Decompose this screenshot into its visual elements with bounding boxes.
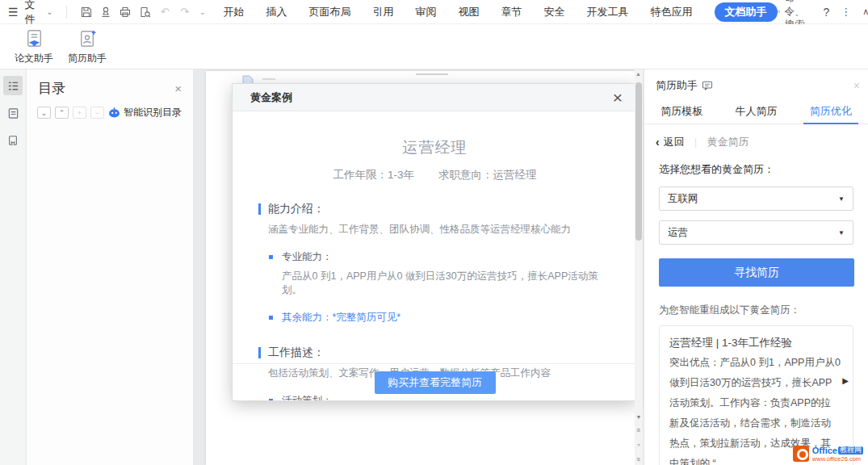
section-work-title: 工作描述：	[258, 346, 637, 360]
dropdown-caret-icon: ▼	[838, 229, 845, 237]
divider	[66, 6, 67, 19]
back-chevron-icon[interactable]: ‹	[656, 136, 660, 149]
dialog-close-icon[interactable]: ×	[613, 89, 623, 106]
back-button[interactable]: 返回	[664, 135, 685, 149]
hamburger-icon[interactable]: ☰	[8, 6, 19, 19]
tab-view[interactable]: 视图	[459, 5, 480, 19]
tab-start[interactable]: 开始	[224, 5, 245, 19]
faded-text-line	[416, 73, 448, 75]
dialog-titlebar[interactable]: 黄金案例 ×	[233, 84, 637, 111]
toc-promote-button[interactable]: +	[73, 107, 86, 119]
resume-meta: 工作年限：1-3年求职意向：运营经理	[233, 168, 637, 182]
next-page-icon[interactable]: »	[635, 457, 643, 461]
scroll-up-icon[interactable]: ▲	[635, 71, 641, 77]
section-ability-desc: 涵盖专业能力、工作背景、团队协调、性格品质等运营经理核心能力	[268, 223, 611, 237]
toc-panel-title: 目录	[38, 79, 65, 98]
resume-meta-experience: 工作年限：1-3年	[333, 169, 414, 181]
assistant-tabs: 简历模板 牛人简历 简历优化	[644, 100, 868, 124]
tab-top-resumes[interactable]: 牛人简历	[719, 100, 793, 124]
buy-view-full-resume-button[interactable]: 购买并查看完整简历	[375, 371, 496, 394]
tab-section[interactable]: 章节	[501, 5, 522, 19]
browse-object-icon[interactable]: ▫	[637, 441, 639, 449]
bookmark-dock-icon[interactable]	[3, 131, 23, 150]
tab-review[interactable]: 审阅	[416, 5, 437, 19]
help-icon[interactable]: ?	[824, 6, 830, 19]
choose-resume-label: 选择您想看的黄金简历：	[659, 162, 853, 177]
print-preview-icon[interactable]	[139, 5, 152, 19]
resume-assistant-icon	[78, 29, 98, 49]
tab-resume-optimize[interactable]: 简历优化	[794, 100, 868, 124]
chevron-down-icon: ⌄	[46, 7, 52, 16]
redo-icon[interactable]: ↷	[178, 5, 191, 19]
tab-dev-tools[interactable]: 开发工具	[587, 5, 629, 19]
resume-assistant-label: 简历助手	[68, 52, 107, 65]
tab-resume-templates[interactable]: 简历模板	[644, 100, 719, 124]
chat-bubble-icon[interactable]	[702, 81, 713, 90]
section-ability-title: 能力介绍：	[258, 202, 637, 216]
tab-page-layout[interactable]: 页面布局	[309, 5, 351, 19]
bullet-professional-text: 产品从0 到1，APP用户从0 做到日活30万的运营技巧，擅长APP活动策划。	[282, 270, 611, 297]
resume-assistant-panel: 简历助手 × 简历模板 牛人简历 简历优化 ‹ 返回 ｜ 黄金简历 选择您想看的…	[644, 69, 868, 465]
industry-select-value: 互联网	[668, 192, 698, 206]
ribbon: 论文助手 简历助手	[0, 24, 868, 69]
scrollbar-thumb[interactable]	[635, 82, 642, 241]
toc-demote-button[interactable]: −	[90, 107, 104, 119]
toolbar-more-icon[interactable]: ⌄	[199, 8, 206, 16]
result-intro-label: 为您智能重组成以下黄金简历：	[659, 304, 853, 317]
find-resume-button[interactable]: 寻找简历	[659, 258, 854, 287]
resume-card-title: 运营经理 | 1-3年工作经验	[669, 333, 845, 353]
watermark-brand: Office	[812, 446, 837, 455]
tab-insert[interactable]: 插入	[266, 5, 287, 19]
smart-recognize-toc-button[interactable]: 智能识别目录	[108, 106, 182, 119]
tab-references[interactable]: 引用	[373, 5, 394, 19]
bullet-other-ability: 其余能力：*完整简历可见*	[269, 311, 637, 325]
card-expand-arrow-icon[interactable]: ▶	[842, 376, 849, 385]
paper-assistant-icon	[24, 29, 44, 49]
assistant-close-icon[interactable]: ×	[853, 79, 860, 92]
left-dock	[0, 69, 27, 465]
paper-assistant-button[interactable]: 论文助手	[11, 29, 57, 65]
outline-dock-icon[interactable]	[3, 103, 23, 123]
collapse-ribbon-icon[interactable]: ∧	[862, 6, 868, 17]
resume-job-title: 运营经理	[233, 137, 637, 158]
document-canvas: 黄金案例 × 运营经理 工作年限：1-3年求职意向：运营经理 能力介绍： 涵盖专…	[194, 69, 644, 465]
toc-dock-icon[interactable]	[3, 76, 23, 95]
bullet-square-icon	[269, 255, 273, 259]
file-menu[interactable]: 文件 ⌄	[25, 0, 53, 27]
previous-page-icon[interactable]: «	[635, 428, 643, 432]
dialog-body: 运营经理 工作年限：1-3年求职意向：运营经理 能力介绍： 涵盖专业能力、工作背…	[233, 111, 637, 400]
file-menu-label: 文件	[25, 0, 44, 27]
more-options-icon[interactable]: ⋮	[841, 6, 851, 18]
resume-meta-intention: 求职意向：运营经理	[438, 169, 537, 181]
tab-security[interactable]: 安全	[544, 5, 565, 19]
toc-expand-button[interactable]: ⌄	[37, 107, 51, 119]
robot-icon	[108, 107, 120, 118]
office-logo-icon	[793, 446, 809, 462]
category-select[interactable]: 运营 ▼	[659, 220, 853, 245]
toc-close-icon[interactable]: ×	[174, 82, 182, 95]
section-accent-bar	[258, 203, 261, 215]
breadcrumb-current: 黄金简历	[707, 135, 748, 149]
save-icon[interactable]	[79, 5, 92, 19]
bullet-professional: 专业能力：	[269, 250, 637, 264]
dropdown-caret-icon: ▼	[838, 195, 845, 203]
export-icon[interactable]	[99, 5, 112, 19]
document-scrollbar[interactable]: ▲ ▼ « ▫ »	[635, 69, 643, 465]
industry-select[interactable]: 互联网 ▼	[659, 186, 853, 211]
menu-tabs: 开始 插入 页面布局 引用 审阅 视图 章节 安全 开发工具 特色应用 文档助手	[224, 2, 778, 22]
tab-special-apps[interactable]: 特色应用	[651, 5, 693, 19]
faded-text-line	[262, 78, 275, 80]
tab-doc-assistant-active[interactable]: 文档助手	[715, 2, 778, 22]
resume-assistant-button[interactable]: 简历助手	[65, 29, 110, 65]
undo-icon[interactable]: ↶	[158, 5, 171, 19]
scroll-down-icon[interactable]: ▼	[636, 414, 642, 420]
toc-collapse-button[interactable]: ⌃	[55, 107, 69, 119]
resume-card-1[interactable]: 运营经理 | 1-3年工作经验 突出优点：产品从0 到1，APP用户从0 做到日…	[659, 325, 853, 465]
smart-recognize-label: 智能识别目录	[124, 106, 182, 119]
watermark-url: www.office26.com	[812, 456, 863, 463]
watermark-suffix: 教程网	[838, 446, 863, 455]
breadcrumb-separator: ｜	[691, 136, 701, 149]
print-icon[interactable]	[119, 5, 132, 19]
section-accent-bar	[258, 347, 261, 358]
assistant-panel-title: 简历助手	[656, 78, 698, 93]
